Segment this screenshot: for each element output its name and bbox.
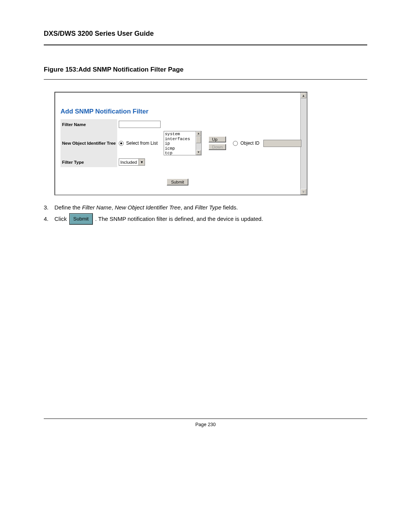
submit-button[interactable]: Submit (167, 179, 188, 185)
field-ref: Filter Name (82, 204, 112, 211)
object-id-radio[interactable] (233, 141, 238, 146)
filter-name-label: Filter Name (61, 119, 117, 129)
listbox-scrollbar[interactable]: ▲ ▼ (196, 131, 201, 155)
step-number: 4. (44, 214, 54, 225)
oid-tree-label: New Object Identifier Tree (61, 129, 117, 157)
screenshot-container: ▲ ▼ Add SNMP Notification Filter Filter … (54, 92, 307, 195)
filter-type-label: Filter Type (61, 157, 117, 167)
text: Click (54, 214, 67, 225)
instruction-item: 3. Define the Filter Name, New Object Id… (44, 202, 367, 213)
scroll-down-icon[interactable]: ▼ (301, 189, 306, 195)
instruction-list: 3. Define the Filter Name, New Object Id… (44, 202, 367, 225)
page-footer: Page 230 (44, 419, 367, 427)
instruction-item: 4. Click Submit . The SNMP notification … (44, 213, 367, 225)
text: , and (181, 204, 195, 211)
panel-title: Add SNMP Notification Filter (61, 108, 148, 115)
inline-submit-button-icon: Submit (69, 213, 93, 225)
scroll-up-icon[interactable]: ▲ (301, 93, 306, 98)
scroll-up-icon[interactable]: ▲ (196, 131, 201, 136)
filter-name-input[interactable] (119, 121, 161, 128)
scroll-thumb[interactable] (196, 136, 201, 143)
field-ref: New Object Identifier Tree (115, 204, 180, 211)
select-from-list-label: Select from List (126, 141, 158, 146)
down-button[interactable]: Down (209, 144, 226, 150)
text: fields. (221, 204, 238, 211)
doc-header: DXS/DWS 3200 Series User Guide (44, 0, 367, 45)
object-id-label: Object ID (241, 140, 260, 145)
scroll-down-icon[interactable]: ▼ (196, 150, 201, 155)
figure-caption: Figure 153:Add SNMP Notification Filter … (44, 66, 367, 80)
filter-type-value: Included (120, 160, 139, 165)
chevron-down-icon: ▼ (139, 159, 145, 165)
text: Define the (54, 204, 82, 211)
filter-type-select[interactable]: Included ▼ (119, 158, 145, 166)
dialog-panel: ▲ ▼ Add SNMP Notification Filter Filter … (54, 92, 307, 195)
select-from-list-radio[interactable] (119, 141, 124, 146)
form-table: Filter Name New Object Identifier Tree S… (61, 119, 303, 167)
up-button[interactable]: Up (209, 136, 226, 142)
text: . The SNMP notification filter is define… (95, 214, 263, 225)
field-ref: Filter Type (195, 204, 221, 211)
step-number: 3. (44, 202, 54, 213)
page-number: Page 230 (195, 422, 216, 427)
object-id-input[interactable] (263, 140, 301, 147)
figure-caption-text: Figure 153:Add SNMP Notification Filter … (44, 66, 183, 73)
doc-title: DXS/DWS 3200 Series User Guide (44, 30, 154, 37)
oid-listbox[interactable]: system interfaces ip icmp tcp ▲ ▼ (164, 131, 202, 155)
